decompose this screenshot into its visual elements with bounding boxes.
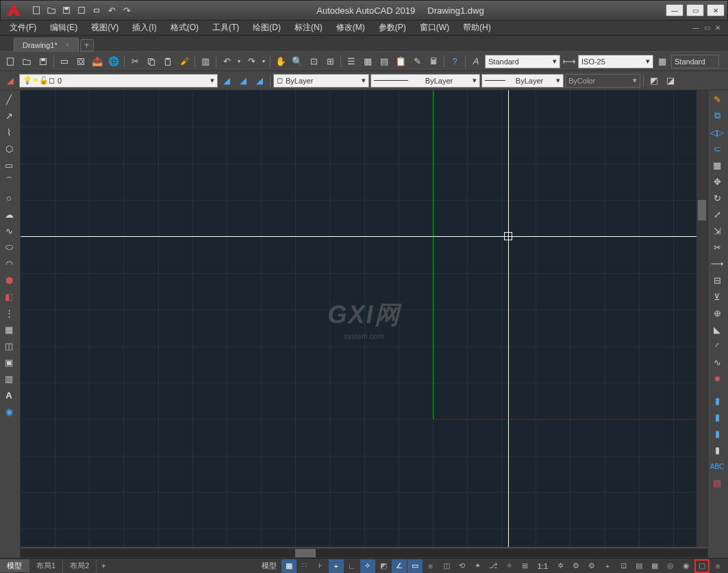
new-icon[interactable]	[29, 3, 43, 17]
break-at-point-icon[interactable]: ⊟	[710, 272, 725, 288]
construction-line-icon[interactable]: ↗	[1, 108, 16, 123]
dynamic-input-icon[interactable]: +	[329, 559, 344, 573]
save-icon[interactable]	[60, 3, 73, 17]
quick-properties-icon[interactable]: ▤	[631, 559, 647, 573]
menu-draw[interactable]: 绘图(D)	[246, 21, 288, 35]
chamfer-icon[interactable]: ◣	[710, 322, 725, 337]
stretch-icon[interactable]: ⇲	[710, 223, 725, 238]
menu-window[interactable]: 窗口(W)	[413, 21, 456, 35]
revision-cloud-icon[interactable]: ☁	[1, 207, 16, 222]
doc-restore-button[interactable]: ▭	[702, 23, 712, 33]
menu-dimension[interactable]: 标注(N)	[288, 21, 329, 35]
minimize-button[interactable]: —	[666, 4, 683, 16]
2d-osnap-icon[interactable]: ▭	[407, 559, 423, 573]
explode-icon[interactable]: ✸	[710, 371, 725, 386]
open-file-icon[interactable]	[19, 54, 34, 69]
dynamic-ucs-icon[interactable]: ⎇	[486, 559, 501, 573]
polygon-icon[interactable]: ⬡	[1, 141, 16, 156]
layout-tab-add-button[interactable]: +	[97, 561, 110, 571]
insert-block-icon[interactable]: ⬢	[1, 272, 16, 288]
rectangle-icon[interactable]: ▭	[1, 157, 16, 173]
menu-format[interactable]: 格式(O)	[164, 21, 205, 35]
menu-file[interactable]: 文件(F)	[3, 21, 43, 35]
menu-modify[interactable]: 修改(M)	[329, 21, 372, 35]
vscroll-thumb[interactable]	[698, 200, 706, 220]
file-tab-drawing1[interactable]: Drawing1* ×	[14, 38, 79, 51]
draworder-back-icon[interactable]: ▮	[710, 409, 725, 424]
blend-icon[interactable]: ∿	[710, 355, 725, 370]
pan-icon[interactable]: ✋	[273, 54, 288, 69]
menu-tools[interactable]: 工具(T)	[205, 21, 246, 35]
hatch-icon[interactable]: ▦	[1, 322, 16, 337]
region-icon[interactable]: ▣	[1, 355, 16, 370]
layout-tab-1[interactable]: 布局1	[29, 559, 63, 572]
table-style-combo[interactable]: Standard	[671, 55, 719, 68]
draworder-front-icon[interactable]: ▮	[710, 393, 725, 408]
menu-view[interactable]: 视图(V)	[84, 21, 125, 35]
undo-icon[interactable]: ↶	[105, 3, 118, 17]
draworder-above-icon[interactable]: ▮	[710, 426, 725, 441]
horizontal-scrollbar[interactable]	[21, 547, 707, 558]
extend-icon[interactable]: ⟶	[710, 256, 725, 271]
menu-help[interactable]: 帮助(H)	[456, 21, 498, 35]
close-button[interactable]: ✕	[707, 4, 725, 16]
annotation-scale[interactable]: 1:1	[534, 562, 552, 570]
table-icon[interactable]: ▥	[1, 371, 16, 386]
undo-button-icon[interactable]: ↶	[219, 54, 234, 69]
trim-icon[interactable]: ✂	[710, 240, 725, 255]
3d-osnap-icon[interactable]: ✦	[470, 559, 486, 573]
file-tab-close-icon[interactable]: ×	[66, 41, 70, 49]
make-block-icon[interactable]: ◧	[1, 289, 16, 304]
array-icon[interactable]: ▦	[710, 157, 725, 173]
rotate-icon[interactable]: ↻	[710, 190, 725, 205]
draworder-text-icon[interactable]: ABC	[710, 459, 725, 474]
workspace-switch-icon[interactable]: ⚙	[584, 559, 599, 573]
move-icon[interactable]: ✥	[710, 174, 725, 189]
table-style-icon[interactable]: ▦	[655, 54, 670, 69]
layer-combo[interactable]: 💡 ☀ 🔓 ◻ 0 ▾	[19, 74, 218, 88]
layer-match-icon[interactable]: ◢	[252, 73, 267, 88]
zoom-previous-icon[interactable]: ⊞	[323, 54, 338, 69]
isolate-objects-icon[interactable]: ◎	[663, 559, 678, 573]
reference-edit-icon[interactable]: ◪	[663, 73, 678, 88]
text-style-icon[interactable]: A	[468, 54, 484, 69]
annotation-monitor-icon[interactable]: +	[600, 559, 615, 573]
point-icon[interactable]: ⋮	[1, 305, 16, 320]
fillet-icon[interactable]: ◜	[710, 338, 725, 353]
status-model-button[interactable]: 模型	[258, 561, 281, 571]
draworder-under-icon[interactable]: ▮	[710, 442, 725, 457]
mtext-icon[interactable]: A	[1, 387, 16, 403]
join-icon[interactable]: ⊕	[710, 305, 725, 320]
undo-dropdown-icon[interactable]: ▾	[236, 58, 242, 64]
layer-previous-icon[interactable]: ◢	[236, 73, 251, 88]
selection-cycling-icon[interactable]: ⟲	[455, 559, 470, 573]
redo-button-icon[interactable]: ↷	[244, 54, 259, 69]
plot-icon[interactable]	[57, 54, 72, 69]
block-editor-icon[interactable]: ▥	[198, 54, 213, 69]
tool-palettes-icon[interactable]: ▤	[377, 54, 392, 69]
hscroll-thumb[interactable]	[295, 549, 316, 557]
clean-screen-icon[interactable]: ▢	[694, 559, 710, 573]
lineweight-combo[interactable]: ByLayer ▾	[481, 74, 564, 88]
annotation-visibility-icon[interactable]: ✲	[553, 559, 568, 573]
transparency-icon[interactable]: ◫	[439, 559, 454, 573]
open-icon[interactable]	[45, 3, 58, 17]
units-icon[interactable]: ⊡	[616, 559, 631, 573]
grid-toggle-icon[interactable]: ▦	[281, 559, 297, 573]
dim-style-combo[interactable]: ISO-25 ▾	[578, 55, 653, 68]
selection-filter-icon[interactable]: ✧	[502, 559, 517, 573]
doc-minimize-button[interactable]: —	[691, 23, 701, 33]
file-tab-add-button[interactable]: +	[80, 39, 94, 51]
plotstyle-combo[interactable]: ByColor ▾	[565, 74, 640, 88]
mirror-icon[interactable]: ◁▷	[710, 125, 725, 140]
erase-icon[interactable]: ✎	[710, 92, 725, 107]
layer-state-icon[interactable]: ◢	[219, 73, 234, 88]
infer-constraints-icon[interactable]: ⊦	[313, 559, 328, 573]
autoscale-icon[interactable]: ⚙	[568, 559, 583, 573]
linetype-combo[interactable]: ByLayer ▾	[371, 74, 480, 88]
vertical-scrollbar[interactable]	[696, 90, 707, 547]
quickcalc-icon[interactable]: 🖩	[426, 54, 441, 69]
menu-parametric[interactable]: 参数(P)	[372, 21, 413, 35]
gizmo-icon[interactable]: ⊞	[518, 559, 533, 573]
publish-icon[interactable]: 📤	[90, 54, 105, 69]
